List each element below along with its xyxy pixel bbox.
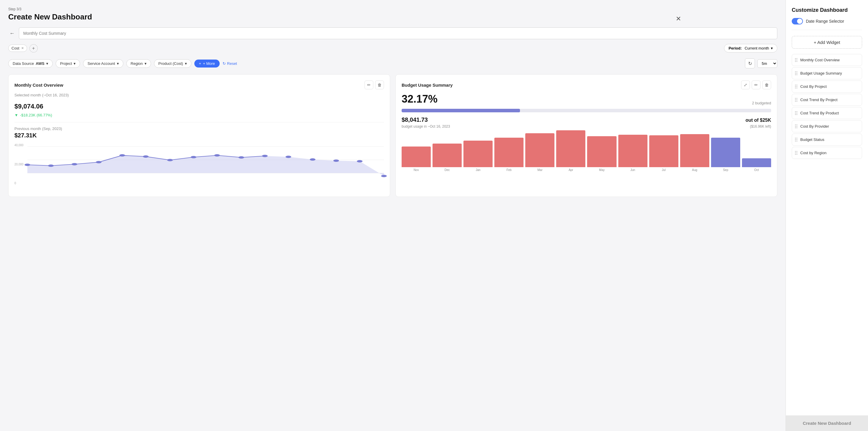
- filter-product-chevron-icon: ▾: [185, 61, 187, 66]
- tag-cost-label: Cost: [11, 46, 20, 50]
- drag-icon: [795, 58, 797, 62]
- bar-label-oct: Oct: [754, 168, 759, 172]
- y-axis-labels: 40,000 20,000 0: [14, 144, 25, 185]
- cost-dollar-sign: $: [14, 103, 18, 110]
- widget-label-monthly-cost-overview: Monthly Cost Overview: [800, 58, 840, 62]
- widget-item-cost-by-provider[interactable]: Cost By Provider: [792, 120, 862, 132]
- svg-point-7: [119, 154, 125, 156]
- widget-item-cost-by-project[interactable]: Cost By Project: [792, 81, 862, 92]
- widget-item-monthly-cost-overview[interactable]: Monthly Cost Overview: [792, 54, 862, 66]
- drag-icon: [795, 138, 797, 142]
- budget-out-of: out of $25K: [745, 118, 771, 123]
- prev-month-label: Previous month (Sep, 2023): [14, 126, 384, 131]
- svg-point-12: [239, 156, 244, 159]
- period-selector[interactable]: Period: Current month ▾: [724, 44, 777, 53]
- budget-card-actions: ⤢ ✏ 🗑: [741, 81, 771, 89]
- prev-month-value: $27.31K: [14, 132, 384, 139]
- create-dashboard-button[interactable]: Create New Dashboard: [786, 415, 868, 431]
- bar-label-apr: Apr: [568, 168, 573, 172]
- filter-region[interactable]: Region ▾: [126, 59, 151, 68]
- close-button[interactable]: ✕: [674, 14, 683, 24]
- budget-bar-chart: Nov Dec Jan Feb Mar Apr May Jun Jul Au: [402, 133, 771, 172]
- svg-point-9: [167, 159, 173, 161]
- tag-cost-remove[interactable]: ✕: [21, 46, 24, 50]
- budget-header-row: 32.17% 2 budgeted: [402, 93, 771, 105]
- bar-jan: [463, 141, 493, 167]
- y-label-20k: 20,000: [14, 163, 24, 166]
- widget-item-cost-by-region[interactable]: Cost by Region: [792, 147, 862, 159]
- tag-cost: Cost ✕: [8, 45, 27, 52]
- line-chart-svg: [27, 144, 384, 185]
- svg-point-11: [214, 154, 220, 156]
- budget-usage-card: Budget Usage Summary ⤢ ✏ 🗑 32.17% 2 budg…: [396, 74, 777, 197]
- widget-label-cost-by-provider: Cost By Provider: [800, 124, 829, 128]
- drag-icon: [795, 85, 797, 88]
- date-range-toggle[interactable]: [792, 18, 803, 25]
- bar-label-jul: Jul: [662, 168, 666, 172]
- bar-col-apr: Apr: [556, 130, 585, 172]
- bar-jun: [618, 135, 648, 167]
- y-label-0: 0: [14, 181, 24, 185]
- monthly-cost-card-actions: ✏ 🗑: [365, 81, 384, 89]
- filter-project[interactable]: Project ▾: [56, 59, 80, 68]
- bar-label-feb: Feb: [506, 168, 512, 172]
- budget-edit-button[interactable]: ✏: [752, 81, 761, 89]
- svg-point-5: [71, 163, 77, 165]
- bar-col-oct: Oct: [742, 158, 771, 172]
- budget-usage-label: budget usage in ~Oct 16, 2023: [402, 124, 450, 128]
- filter-service-account-chevron-icon: ▾: [117, 61, 119, 66]
- widget-label-cost-by-region: Cost by Region: [800, 151, 827, 155]
- period-chevron-icon: ▾: [771, 46, 773, 50]
- line-chart-wrapper: 40,000 20,000 0: [14, 144, 384, 191]
- svg-point-13: [262, 155, 268, 157]
- period-label: Period:: [728, 46, 743, 50]
- drag-icon: [795, 71, 797, 75]
- svg-point-6: [96, 161, 101, 163]
- filter-service-account[interactable]: Service Account ▾: [83, 59, 123, 68]
- bar-feb: [494, 138, 524, 167]
- add-widget-button[interactable]: + Add Widget: [792, 36, 862, 49]
- divider: [14, 122, 384, 122]
- reset-button[interactable]: ↻ Reset: [223, 61, 237, 66]
- bar-col-jul: Jul: [649, 135, 678, 172]
- bar-jul: [649, 135, 678, 167]
- dashboard-name-input[interactable]: [19, 27, 777, 39]
- filter-bar: Data Source AWS ▾ Project ▾ Service Acco…: [8, 58, 777, 68]
- bar-col-jun: Jun: [618, 135, 648, 172]
- widget-item-budget-usage-summary[interactable]: Budget Usage Summary: [792, 67, 862, 79]
- monthly-cost-delete-button[interactable]: 🗑: [375, 81, 384, 89]
- drag-icon: [795, 98, 797, 102]
- change-arrow-icon: ▼: [14, 113, 18, 117]
- progress-bar-background: [402, 109, 771, 112]
- budget-count: 2 budgeted: [752, 101, 771, 105]
- bar-label-dec: Dec: [444, 168, 450, 172]
- drag-icon: [795, 111, 797, 115]
- widget-item-budget-status[interactable]: Budget Status: [792, 134, 862, 146]
- cost-number: 9,074.06: [18, 103, 43, 110]
- more-button[interactable]: + + More: [194, 60, 220, 67]
- monthly-cost-edit-button[interactable]: ✏: [365, 81, 373, 89]
- widget-item-cost-trend-by-project[interactable]: Cost Trend By Project: [792, 94, 862, 106]
- selected-month-label: Selected month (~Oct 16, 2023): [14, 93, 384, 97]
- bar-col-aug: Aug: [680, 134, 709, 172]
- step-label: Step 3/3: [8, 7, 777, 11]
- interval-select[interactable]: 5m 15m 30m 1h: [757, 59, 777, 68]
- reset-label: Reset: [227, 61, 237, 66]
- filter-product-cost[interactable]: Product (Cost) ▾: [154, 59, 191, 68]
- bar-oct: [742, 158, 771, 167]
- budget-expand-button[interactable]: ⤢: [741, 81, 750, 89]
- back-button[interactable]: ←: [8, 29, 16, 38]
- page-title: Create New Dashboard: [8, 12, 92, 22]
- bar-sep: [711, 138, 740, 167]
- filter-data-source[interactable]: Data Source AWS ▾: [8, 59, 53, 68]
- bar-dec: [433, 144, 462, 167]
- add-tag-button[interactable]: +: [29, 44, 38, 53]
- widget-item-cost-trend-by-product[interactable]: Cost Trend By Product: [792, 107, 862, 119]
- budget-delete-button[interactable]: 🗑: [762, 81, 771, 89]
- main-cost-value: $9,074.06: [14, 98, 384, 111]
- monthly-cost-card-header: Monthly Cost Overview ✏ 🗑: [14, 81, 384, 89]
- svg-point-3: [25, 164, 30, 166]
- filter-region-chevron-icon: ▾: [145, 61, 147, 66]
- refresh-button[interactable]: ↻: [745, 58, 755, 68]
- budget-amount-row: $8,041.73 out of $25K: [402, 116, 771, 123]
